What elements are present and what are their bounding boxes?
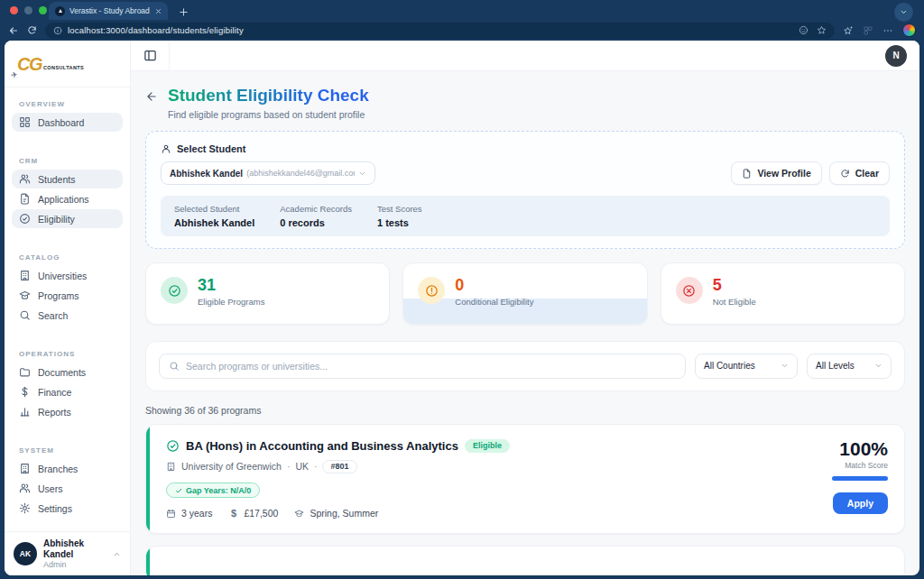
program-country: UK [295, 461, 309, 472]
sidebar-item-users[interactable]: Users [12, 479, 123, 498]
chevron-down-icon [781, 362, 789, 370]
program-code-badge: #801 [322, 460, 356, 473]
tab-close-icon[interactable] [155, 8, 162, 14]
universities-building-icon [19, 270, 31, 281]
program-fee: £17,500 [244, 508, 278, 519]
student-dropdown[interactable]: Abhishek Kandel (abhishekkandel46@gmail.… [161, 161, 375, 185]
back-navigation-icon[interactable] [8, 25, 19, 36]
sidebar-item-documents[interactable]: Documents [12, 363, 123, 381]
sidebar-item-label: Finance [38, 387, 71, 398]
sidebar-item-applications[interactable]: Applications [12, 189, 123, 208]
check-circle-icon [166, 439, 180, 453]
fee-dollar-icon: $ [228, 509, 238, 519]
zoom-window-button[interactable] [39, 6, 47, 14]
university-building-icon [166, 462, 176, 472]
level-filter-value: All Levels [816, 361, 855, 371]
match-score-bar [832, 476, 888, 481]
check-icon [175, 487, 182, 494]
nav-section-overview: OVERVIEW [19, 100, 116, 108]
sidebar-item-search[interactable]: Search [12, 306, 123, 325]
select-student-label: Select Student [177, 143, 245, 154]
sidebar: ✈ CG CONSULTANTS OVERVIEW Dashboard CRM … [5, 41, 131, 575]
sidebar-toggle-icon[interactable] [143, 49, 157, 62]
main-area: N Student Eligibility Check Find eligibl… [131, 41, 919, 575]
alert-circle-icon [418, 277, 445, 304]
stat-eligible-count: 31 [198, 277, 264, 295]
refresh-icon [840, 169, 850, 179]
separator-dot [314, 461, 318, 472]
x-circle-icon [676, 277, 703, 304]
window-controls [10, 6, 47, 14]
sidebar-item-settings[interactable]: Settings [12, 499, 123, 518]
clear-button[interactable]: Clear [829, 161, 890, 185]
reload-icon[interactable] [27, 25, 37, 35]
program-title: BA (Hons) in Accounting and Business Ana… [186, 439, 458, 453]
sidebar-nav: OVERVIEW Dashboard CRM Students Applicat… [5, 87, 130, 531]
new-tab-button[interactable] [179, 7, 189, 17]
close-window-button[interactable] [10, 6, 18, 14]
sidebar-item-label: Eligibility [38, 214, 75, 225]
gap-years-badge: Gap Years: N/A/0 [166, 482, 260, 498]
search-icon [19, 309, 31, 321]
sidebar-item-dashboard[interactable]: Dashboard [12, 113, 123, 132]
select-student-card: Select Student Abhishek Kandel (abhishek… [145, 131, 905, 249]
reader-mode-icon[interactable] [799, 25, 808, 35]
page-content: Student Eligibility Check Find eligible … [131, 71, 919, 575]
sidebar-item-label: Programs [38, 290, 79, 301]
apply-button[interactable]: Apply [833, 492, 888, 514]
view-profile-label: View Profile [757, 168, 810, 179]
view-profile-button[interactable]: View Profile [731, 161, 821, 185]
user-role: Admin [43, 560, 106, 569]
program-card-partial [145, 546, 905, 575]
match-score-value: 100% [839, 439, 888, 458]
level-filter-select[interactable]: All Levels [807, 354, 892, 379]
sidebar-item-students[interactable]: Students [12, 170, 123, 188]
applications-file-icon [19, 193, 31, 205]
stat-conditional-label: Conditional Eligibility [455, 297, 533, 307]
browser-tab[interactable]: Verastix - Study Abroad Platform [49, 2, 168, 20]
settings-gear-icon [19, 502, 31, 514]
sidebar-item-universities[interactable]: Universities [12, 266, 123, 285]
tab-title: Verastix - Study Abroad Platform [69, 6, 151, 15]
browser-titlebar: Verastix - Study Abroad Platform [0, 0, 924, 20]
browser-more-menu-icon[interactable] [882, 25, 893, 36]
sidebar-item-programs[interactable]: Programs [12, 286, 123, 305]
program-search-box[interactable] [159, 354, 686, 379]
program-card: BA (Hons) in Accounting and Business Ana… [145, 424, 905, 535]
chevron-down-icon [874, 362, 882, 370]
sparkle-star-icon[interactable] [843, 25, 854, 36]
sidebar-item-label: Dashboard [38, 117, 84, 128]
bookmark-star-icon[interactable] [817, 25, 827, 35]
stat-not-eligible-count: 5 [713, 277, 756, 295]
sidebar-item-label: Documents [38, 367, 86, 378]
student-dropdown-name: Abhishek Kandel [170, 169, 243, 179]
sidebar-item-eligibility[interactable]: Eligibility [12, 209, 123, 228]
sidebar-item-reports[interactable]: Reports [12, 402, 123, 421]
stat-card-eligible[interactable]: 31 Eligible Programs [145, 262, 390, 325]
user-avatar: AK [14, 542, 37, 565]
browser-profile-avatar[interactable] [902, 23, 916, 37]
stat-not-eligible-label: Not Eligible [713, 297, 756, 307]
stat-card-not-eligible[interactable]: 5 Not Eligible [661, 262, 905, 325]
back-button[interactable] [145, 90, 158, 120]
chevron-up-icon [113, 550, 121, 558]
program-search-input[interactable] [186, 361, 676, 372]
minimize-window-button[interactable] [24, 6, 32, 14]
extensions-icon[interactable] [863, 25, 873, 36]
browser-menu-chevron-icon[interactable] [894, 3, 913, 22]
intakes-cap-icon [294, 509, 304, 519]
sidebar-user-menu[interactable]: AK Abhishek Kandel Admin [5, 531, 130, 575]
topbar-avatar[interactable]: N [885, 45, 907, 67]
url-address-bar[interactable]: localhost:3000/dashboard/students/eligib… [45, 23, 835, 39]
eligibility-check-icon [19, 213, 31, 225]
dashboard-grid-icon [19, 116, 31, 128]
profile-file-icon [742, 169, 752, 179]
logo-area[interactable]: ✈ CG CONSULTANTS [5, 41, 130, 87]
sidebar-item-label: Settings [38, 503, 72, 514]
sidebar-item-branches[interactable]: Branches [12, 459, 123, 478]
country-filter-select[interactable]: All Countries [695, 354, 798, 379]
stat-card-conditional[interactable]: 0 Conditional Eligibility [402, 262, 647, 325]
sidebar-item-finance[interactable]: Finance [12, 382, 123, 401]
check-circle-icon [161, 277, 188, 304]
site-info-icon[interactable] [53, 26, 62, 35]
